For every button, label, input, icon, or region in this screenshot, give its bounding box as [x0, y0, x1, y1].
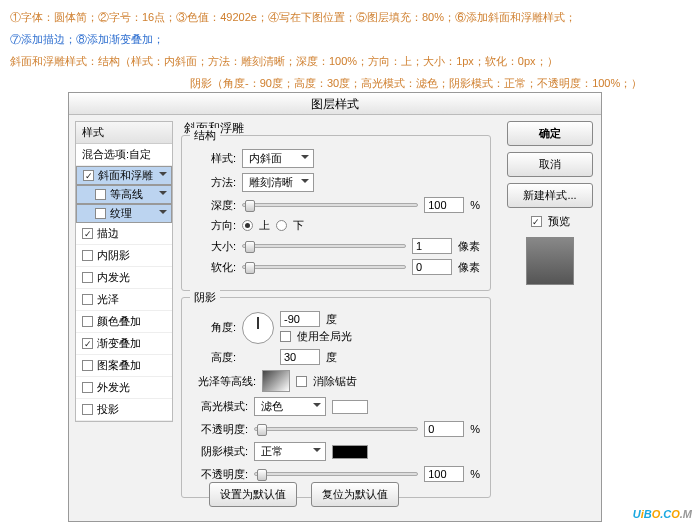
size-label: 大小:	[192, 239, 236, 254]
main-panel: 斜面和浮雕 结构 样式:内斜面 方法:雕刻清晰 深度:100% 方向:上下 大小…	[181, 121, 491, 504]
shadow-mode-label: 阴影模式:	[192, 444, 248, 459]
checkbox-icon[interactable]	[82, 250, 93, 261]
cancel-button[interactable]: 取消	[507, 152, 593, 177]
method-select[interactable]: 雕刻清晰	[242, 173, 314, 192]
global-light-checkbox[interactable]	[280, 331, 291, 342]
highlight-mode-select[interactable]: 滤色	[254, 397, 326, 416]
color-overlay-row[interactable]: 颜色叠加	[76, 311, 172, 333]
checkbox-icon[interactable]	[83, 170, 94, 181]
radio-down[interactable]	[276, 220, 287, 231]
soften-label: 软化:	[192, 260, 236, 275]
style-label: 样式:	[192, 151, 236, 166]
checkbox-icon[interactable]	[82, 294, 93, 305]
highlight-opacity-input[interactable]: 0	[424, 421, 464, 437]
layer-style-dialog: 图层样式 样式 混合选项:自定 斜面和浮雕 等高线 纹理 描边 内阴影 内发光 …	[68, 92, 602, 522]
shadow-group: 阴影 角度: -90度 使用全局光 高度:30度 光泽等高线:消除锯齿 高光模式…	[181, 297, 491, 498]
header-line3a: 斜面和浮雕样式：结构（样式：内斜面；方法：雕刻清晰；深度：100%；方向：上；大…	[10, 50, 690, 72]
dialog-footer: 设置为默认值 复位为默认值	[209, 482, 399, 513]
highlight-color-swatch[interactable]	[332, 400, 368, 414]
drop-shadow-row[interactable]: 投影	[76, 399, 172, 421]
texture-row[interactable]: 纹理	[76, 204, 172, 223]
header-line3b: 阴影（角度-：90度；高度：30度；高光模式：滤色；阴影模式：正常；不透明度：1…	[10, 72, 690, 94]
structure-group: 斜面和浮雕 结构 样式:内斜面 方法:雕刻清晰 深度:100% 方向:上下 大小…	[181, 135, 491, 291]
checkbox-icon[interactable]	[82, 360, 93, 371]
structure-label: 结构	[190, 128, 220, 143]
shadow-color-swatch[interactable]	[332, 445, 368, 459]
soften-slider[interactable]	[242, 265, 406, 269]
new-style-button[interactable]: 新建样式...	[507, 183, 593, 208]
blend-options-row[interactable]: 混合选项:自定	[76, 144, 172, 166]
set-default-button[interactable]: 设置为默认值	[209, 482, 297, 507]
checkbox-icon[interactable]	[95, 189, 106, 200]
dialog-title: 图层样式	[69, 93, 601, 115]
header-line2: ⑦添加描边；⑧添加渐变叠加；	[10, 28, 690, 50]
altitude-input[interactable]: 30	[280, 349, 320, 365]
opacity-label: 不透明度:	[192, 422, 248, 437]
size-slider[interactable]	[242, 244, 406, 248]
checkbox-icon[interactable]	[95, 208, 106, 219]
gloss-contour[interactable]	[262, 370, 290, 392]
shadow-opacity-input[interactable]: 100	[424, 466, 464, 482]
shadow-opacity-slider[interactable]	[254, 472, 418, 476]
checkbox-icon[interactable]	[82, 228, 93, 239]
right-panel: 确定 取消 新建样式... 预览	[507, 121, 593, 293]
highlight-opacity-slider[interactable]	[254, 427, 418, 431]
pattern-overlay-row[interactable]: 图案叠加	[76, 355, 172, 377]
highlight-label: 高光模式:	[192, 399, 248, 414]
stroke-row[interactable]: 描边	[76, 223, 172, 245]
style-select[interactable]: 内斜面	[242, 149, 314, 168]
altitude-label: 高度:	[192, 350, 236, 365]
radio-up[interactable]	[242, 220, 253, 231]
style-list-header: 样式	[76, 122, 172, 144]
inner-shadow-row[interactable]: 内阴影	[76, 245, 172, 267]
method-label: 方法:	[192, 175, 236, 190]
depth-label: 深度:	[192, 198, 236, 213]
contour-row[interactable]: 等高线	[76, 185, 172, 204]
checkbox-icon[interactable]	[82, 316, 93, 327]
angle-label: 角度:	[192, 320, 236, 335]
watermark: UiBO.CO.M	[633, 500, 692, 523]
direction-label: 方向:	[192, 218, 236, 233]
angle-input[interactable]: -90	[280, 311, 320, 327]
preview-swatch	[526, 237, 574, 285]
size-input[interactable]: 1	[412, 238, 452, 254]
depth-input[interactable]: 100	[424, 197, 464, 213]
soften-input[interactable]: 0	[412, 259, 452, 275]
satin-row[interactable]: 光泽	[76, 289, 172, 311]
bevel-emboss-row[interactable]: 斜面和浮雕	[76, 166, 172, 185]
opacity2-label: 不透明度:	[192, 467, 248, 482]
reset-default-button[interactable]: 复位为默认值	[311, 482, 399, 507]
checkbox-icon[interactable]	[82, 404, 93, 415]
checkbox-icon[interactable]	[82, 382, 93, 393]
inner-glow-row[interactable]: 内发光	[76, 267, 172, 289]
shadow-mode-select[interactable]: 正常	[254, 442, 326, 461]
preview-checkbox[interactable]	[531, 216, 542, 227]
instruction-header: ①字体：圆体简；②字号：16点；③色值：49202e；④写在下图位置；⑤图层填充…	[0, 0, 700, 100]
header-line1: ①字体：圆体简；②字号：16点；③色值：49202e；④写在下图位置；⑤图层填充…	[10, 6, 690, 28]
shadow-label: 阴影	[190, 290, 220, 305]
checkbox-icon[interactable]	[82, 338, 93, 349]
style-list: 样式 混合选项:自定 斜面和浮雕 等高线 纹理 描边 内阴影 内发光 光泽 颜色…	[75, 121, 173, 422]
ok-button[interactable]: 确定	[507, 121, 593, 146]
antialias-checkbox[interactable]	[296, 376, 307, 387]
gradient-overlay-row[interactable]: 渐变叠加	[76, 333, 172, 355]
angle-dial[interactable]	[242, 312, 274, 344]
outer-glow-row[interactable]: 外发光	[76, 377, 172, 399]
gloss-label: 光泽等高线:	[192, 374, 256, 389]
depth-slider[interactable]	[242, 203, 418, 207]
checkbox-icon[interactable]	[82, 272, 93, 283]
